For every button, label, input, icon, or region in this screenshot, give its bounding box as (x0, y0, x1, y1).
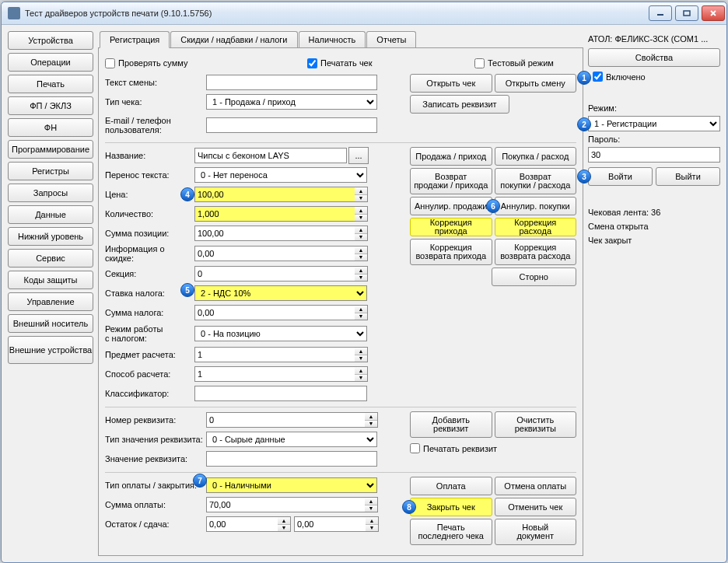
minimize-button[interactable] (649, 5, 672, 21)
rest-spinner-2[interactable]: ▲▼ (366, 516, 379, 532)
tab-registration[interactable]: Регистрация (100, 31, 170, 48)
login-button[interactable]: Войти (588, 167, 653, 186)
sidebar-programming[interactable]: Программирование (8, 140, 93, 159)
pos-sum-input[interactable] (194, 226, 355, 241)
correction-return-income-button[interactable]: Коррекция возврата прихода (410, 239, 492, 265)
sale-button[interactable]: Продажа / приход (410, 147, 492, 166)
section-label: Секция: (105, 269, 194, 278)
pay-type-select[interactable]: 0 - Наличными (206, 477, 377, 493)
mode-select[interactable]: 1 - Регистрации (588, 116, 720, 131)
sidebar-operations[interactable]: Операции (8, 53, 93, 72)
sidebar-registers[interactable]: Регистры (8, 162, 93, 180)
wrap-select[interactable]: 0 - Нет переноса (194, 167, 367, 183)
calc-method-spinner[interactable]: ▲▼ (355, 366, 368, 382)
sidebar-protect-codes[interactable]: Коды защиты (8, 271, 93, 289)
annul-sale-button[interactable]: Аннулир. продажи (410, 197, 492, 215)
name-input[interactable] (194, 148, 347, 163)
classifier-input[interactable] (194, 386, 367, 401)
status-tape: Чековая лента: 36 (588, 208, 720, 217)
new-document-button[interactable]: Новый документ (495, 519, 577, 545)
rest-spinner-1[interactable]: ▲▼ (278, 516, 291, 532)
properties-button[interactable]: Свойства (588, 48, 720, 67)
return-sale-button[interactable]: Возврат продажи / прихода (410, 168, 492, 194)
req-num-input[interactable] (206, 412, 365, 428)
pay-type-label: Тип оплаты / закрытия: (105, 481, 206, 490)
close-button[interactable] (702, 5, 725, 21)
name-browse-button[interactable]: ... (348, 147, 369, 164)
pay-sum-spinner[interactable]: ▲▼ (365, 497, 378, 512)
sidebar-control[interactable]: Управление (8, 292, 93, 311)
enabled-checkbox[interactable]: Включено (588, 70, 720, 83)
tab-cash[interactable]: Наличность (299, 31, 366, 48)
tab-discounts[interactable]: Скидки / надбавки / налоги (170, 31, 297, 48)
correction-income-button[interactable]: Коррекция прихода (410, 218, 492, 236)
cancel-pay-button[interactable]: Отмена оплаты (495, 477, 577, 495)
pos-sum-spinner[interactable]: ▲▼ (355, 226, 368, 241)
write-requisite-button[interactable]: Записать реквизит (410, 95, 509, 114)
tax-mode-select[interactable]: 0 - На позицию (194, 326, 367, 341)
badge-8: 8 (402, 500, 416, 514)
maximize-button[interactable] (675, 5, 698, 21)
section-spinner[interactable]: ▲▼ (355, 266, 368, 282)
tax-sum-label: Сумма налога: (105, 308, 194, 317)
price-spinner[interactable]: ▲▼ (355, 187, 368, 202)
annul-buy-button[interactable]: Аннулир. покупки (495, 197, 577, 215)
rest-label: Остаток / сдача: (105, 519, 206, 529)
cancel-check-button[interactable]: Отменить чек (495, 498, 577, 516)
sidebar-external-devices[interactable]: Внешние устройства (8, 336, 93, 364)
correction-return-expense-button[interactable]: Коррекция возврата расхода (495, 239, 577, 265)
sidebar-devices[interactable]: Устройства (8, 31, 93, 50)
badge-5: 5 (180, 283, 194, 297)
print-check-checkbox[interactable]: Печатать чек (307, 58, 474, 68)
storno-button[interactable]: Сторно (492, 268, 577, 286)
calc-subject-spinner[interactable]: ▲▼ (355, 347, 368, 362)
calc-subject-input[interactable] (194, 347, 355, 362)
sidebar-lowlevel[interactable]: Нижний уровень (8, 227, 93, 246)
open-shift-button[interactable]: Открыть смену (495, 74, 577, 93)
section-input[interactable] (194, 266, 355, 282)
rest-input-2[interactable] (294, 516, 366, 532)
app-icon (8, 7, 20, 19)
sidebar: Устройства Операции Печать ФП / ЭКЛЗ ФН … (8, 31, 93, 556)
sidebar-requests[interactable]: Запросы (8, 184, 93, 202)
shift-text-input[interactable] (206, 75, 377, 90)
tax-sum-input[interactable] (194, 305, 355, 320)
check-type-select[interactable]: 1 - Продажа / приход (206, 94, 377, 110)
tax-sum-spinner[interactable]: ▲▼ (355, 305, 368, 320)
req-type-select[interactable]: 0 - Сырые данные (206, 432, 377, 447)
rest-input-1[interactable] (206, 516, 278, 532)
logout-button[interactable]: Выйти (656, 167, 720, 186)
sidebar-fp[interactable]: ФП / ЭКЛЗ (8, 96, 93, 115)
open-check-button[interactable]: Открыть чек (410, 74, 492, 93)
check-sum-checkbox[interactable]: Проверять сумму (105, 58, 307, 68)
qty-input[interactable] (194, 206, 355, 222)
add-requisite-button[interactable]: Добавить реквизит (410, 411, 492, 438)
email-input[interactable] (206, 117, 377, 133)
clear-requisites-button[interactable]: Очистить реквизиты (495, 411, 577, 438)
return-buy-button[interactable]: Возврат покупки / расхода (495, 168, 577, 194)
tab-reports[interactable]: Отчеты (366, 31, 416, 48)
calc-method-input[interactable] (194, 366, 355, 382)
sidebar-print[interactable]: Печать (8, 75, 93, 93)
pay-sum-label: Сумма оплаты: (105, 500, 206, 509)
disc-info-input[interactable] (194, 246, 355, 261)
sidebar-external-media[interactable]: Внешний носитель (8, 314, 93, 333)
buy-button[interactable]: Покупка / расход (495, 147, 577, 166)
sidebar-data[interactable]: Данные (8, 205, 93, 224)
password-input[interactable] (588, 147, 720, 163)
req-val-input[interactable] (206, 451, 377, 467)
pay-button[interactable]: Оплата (410, 477, 492, 495)
print-requisite-checkbox[interactable]: Печатать реквизит (410, 443, 576, 453)
sidebar-service[interactable]: Сервис (8, 249, 93, 268)
pay-sum-input[interactable] (206, 497, 365, 512)
close-check-button[interactable]: Закрыть чек (410, 498, 492, 516)
qty-spinner[interactable]: ▲▼ (355, 206, 368, 222)
disc-info-spinner[interactable]: ▲▼ (355, 246, 368, 261)
test-mode-checkbox[interactable]: Тестовый режим (474, 58, 554, 68)
sidebar-fn[interactable]: ФН (8, 118, 93, 137)
correction-expense-button[interactable]: Коррекция расхода (495, 218, 577, 236)
price-input[interactable] (194, 187, 355, 202)
print-last-check-button[interactable]: Печать последнего чека (410, 519, 492, 545)
req-num-spinner[interactable]: ▲▼ (365, 412, 378, 428)
tax-select[interactable]: 2 - НДС 10% (194, 285, 367, 301)
